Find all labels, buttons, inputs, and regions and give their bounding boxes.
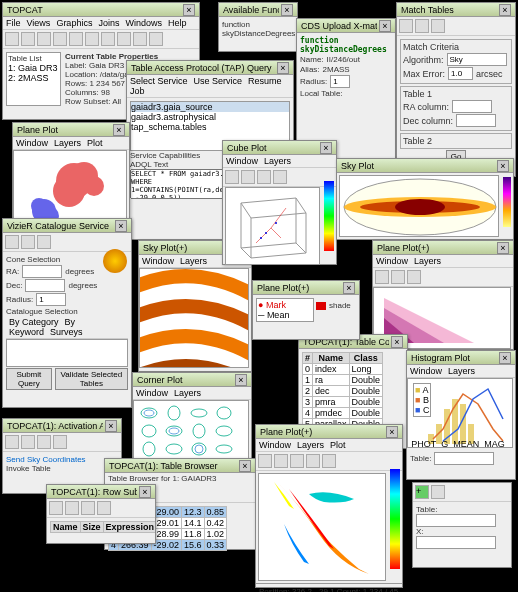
tool-btn[interactable]	[69, 32, 83, 46]
close-icon[interactable]: ×	[386, 426, 398, 438]
close-icon[interactable]: ×	[239, 460, 251, 472]
table-row[interactable]: 2decDouble	[303, 386, 383, 397]
close-icon[interactable]: ×	[499, 352, 511, 364]
aitoff-plot[interactable]	[339, 175, 499, 237]
menubar[interactable]: WindowLayersPlot	[256, 439, 402, 452]
titlebar[interactable]: Match Tables×	[397, 3, 515, 17]
tool-btn[interactable]	[241, 170, 255, 184]
tool-btn[interactable]	[322, 454, 336, 468]
m[interactable]: Layers	[297, 440, 324, 450]
tool-btn[interactable]	[431, 485, 445, 499]
tool-btn[interactable]	[37, 435, 51, 449]
tab[interactable]: By Category	[9, 317, 59, 327]
menu-graphics[interactable]: Graphics	[56, 18, 92, 28]
tool-btn[interactable]	[53, 32, 67, 46]
tab[interactable]: Surveys	[50, 327, 83, 337]
cat-list[interactable]	[6, 339, 128, 367]
ra1-input[interactable]	[452, 100, 492, 113]
close-icon[interactable]: ×	[115, 220, 127, 232]
close-icon[interactable]: ×	[105, 420, 117, 432]
menubar[interactable]: FileViewsGraphicsJoinsWindowsHelp	[3, 17, 199, 30]
close-icon[interactable]: ×	[281, 4, 293, 16]
th[interactable]: Class	[349, 353, 383, 364]
alg-input[interactable]	[447, 53, 507, 66]
menubar[interactable]: WindowLayers	[133, 387, 251, 400]
tool-btn[interactable]	[399, 19, 413, 33]
tool-btn[interactable]	[5, 435, 19, 449]
tool-btn[interactable]	[65, 501, 79, 515]
m[interactable]: Window	[410, 366, 442, 376]
tool-btn[interactable]	[290, 454, 304, 468]
menubar[interactable]: WindowLayersPlot	[13, 137, 129, 150]
titlebar[interactable]: Plane Plot(+)×	[256, 425, 402, 439]
menu-windows[interactable]: Windows	[125, 18, 162, 28]
m[interactable]: Window	[259, 440, 291, 450]
titlebar[interactable]: Plane Plot(+)×	[253, 281, 359, 295]
m[interactable]: Layers	[174, 388, 201, 398]
titlebar[interactable]: Table Access Protocol (TAP) Query×	[127, 61, 293, 75]
menubar[interactable]: WindowLayers	[407, 365, 515, 378]
tool-btn[interactable]	[149, 32, 163, 46]
th[interactable]: Name	[313, 353, 350, 364]
close-icon[interactable]: ×	[343, 282, 355, 294]
m[interactable]: Layers	[414, 256, 441, 266]
tool-btn[interactable]	[273, 170, 287, 184]
m[interactable]: Window	[226, 156, 258, 166]
m[interactable]: Layers	[264, 156, 291, 166]
add-icon[interactable]: +	[415, 485, 429, 499]
tool-btn[interactable]	[258, 454, 272, 468]
close-icon[interactable]: ×	[497, 160, 509, 172]
tab[interactable]: Use Service	[194, 76, 243, 86]
titlebar[interactable]: VizieR Catalogue Service×	[3, 219, 131, 233]
menu-file[interactable]: File	[6, 18, 21, 28]
tool-btn[interactable]	[21, 435, 35, 449]
tool-btn[interactable]	[21, 235, 35, 249]
match-window[interactable]: Match Tables× Match Criteria Algorithm: …	[396, 2, 516, 177]
tool-btn[interactable]	[85, 32, 99, 46]
close-icon[interactable]: ×	[277, 62, 289, 74]
cube-plot-window[interactable]: Cube Plot× WindowLayers	[222, 140, 337, 265]
tool-btn[interactable]	[21, 32, 35, 46]
titlebar[interactable]: Cube Plot×	[223, 141, 336, 155]
close-icon[interactable]: ×	[183, 4, 195, 16]
radius-input[interactable]	[330, 75, 350, 88]
close-icon[interactable]: ×	[499, 4, 511, 16]
histogram-window[interactable]: Histogram Plot× WindowLayers PHOT_G_MEAN…	[406, 350, 516, 480]
titlebar[interactable]: Available Functions×	[219, 3, 297, 17]
menubar[interactable]: WindowLayers	[373, 255, 513, 268]
tool-btn[interactable]	[415, 19, 429, 33]
cmd-plot[interactable]	[258, 473, 386, 581]
m[interactable]: Layers	[448, 366, 475, 376]
close-icon[interactable]: ×	[497, 242, 509, 254]
tool-btn[interactable]	[81, 501, 95, 515]
titlebar[interactable]: CDS Upload X-match×	[297, 19, 395, 33]
tool-btn[interactable]	[101, 32, 115, 46]
sky-stripes[interactable]	[139, 268, 249, 368]
tool-btn[interactable]	[391, 270, 405, 284]
tool-btn[interactable]	[97, 501, 111, 515]
table-sel[interactable]	[434, 452, 494, 465]
dec1-input[interactable]	[456, 114, 496, 127]
table-row[interactable]: 0indexLong	[303, 364, 383, 375]
cube-3d[interactable]	[225, 187, 320, 265]
m[interactable]: Layers	[180, 256, 207, 266]
tool-btn[interactable]	[431, 19, 445, 33]
titlebar[interactable]: Sky Plot×	[337, 159, 513, 173]
th[interactable]: Name	[51, 522, 81, 533]
m[interactable]: Plot	[87, 138, 103, 148]
tool-btn[interactable]	[37, 32, 51, 46]
m[interactable]: Layers	[54, 138, 81, 148]
close-icon[interactable]: ×	[113, 124, 125, 136]
functions-window[interactable]: Available Functions× function skyDistanc…	[218, 2, 298, 52]
corner-matrix[interactable]	[133, 400, 249, 462]
menu-joins[interactable]: Joins	[98, 18, 119, 28]
titlebar[interactable]: TOPCAT(1): Row Subsets×	[47, 485, 155, 499]
m[interactable]: Plot	[330, 440, 346, 450]
close-icon[interactable]: ×	[139, 486, 151, 498]
table-item[interactable]: 2: 2MASS	[8, 73, 59, 83]
subsets-table[interactable]: NameSizeExpression	[50, 521, 155, 533]
titlebar[interactable]: TOPCAT×	[3, 3, 199, 17]
sky-allsky-window[interactable]: Sky Plot×	[336, 158, 514, 240]
titlebar[interactable]: Plane Plot(+)×	[373, 241, 513, 255]
th[interactable]: Size	[80, 522, 103, 533]
